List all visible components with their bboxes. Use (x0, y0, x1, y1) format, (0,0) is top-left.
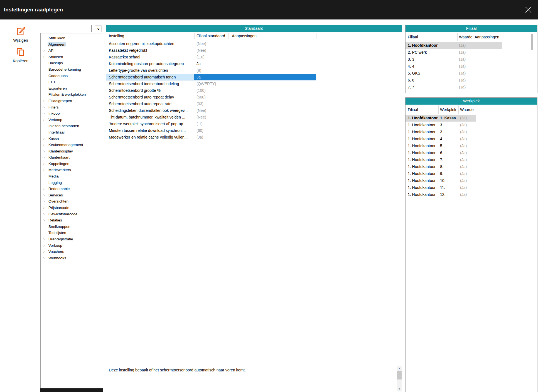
chevron-right-icon[interactable]: › (42, 98, 46, 104)
werkplek-row[interactable]: 1. Hoofdkantoor12.(Ja) (406, 191, 476, 198)
tree-item-cadeaupas[interactable]: Cadeaupas (41, 73, 103, 79)
tree-item-prijsbarcode[interactable]: ›Prijsbarcode (41, 204, 103, 211)
werkplek-row[interactable]: 1. Hoofdkantoor2.(Ja) (406, 122, 476, 129)
tree-item-filialen-werkplekken[interactable]: Filialen & werkplekken (41, 91, 103, 98)
tree-item-urenregistratie[interactable]: ›Urenregistratie (41, 236, 103, 242)
column-header-waarde[interactable]: Waarde (460, 107, 474, 112)
filiaal-row[interactable]: 3. 3(Ja) (406, 56, 502, 63)
werkplek-row[interactable]: 1. Hoofdkantoor5.(Ja) (406, 142, 476, 149)
tree-item-interfiliaal[interactable]: Interfiliaal (41, 129, 103, 135)
wijzigen-button[interactable]: Wijzigen (6, 26, 35, 43)
setting-row[interactable]: Kolomindeling opslaan per autorisatiegro… (106, 60, 402, 67)
tree-item-klantenkaart[interactable]: ›Klantenkaart (41, 154, 103, 161)
chevron-right-icon[interactable]: › (42, 186, 46, 192)
chevron-right-icon[interactable]: › (42, 242, 46, 249)
chevron-right-icon[interactable]: › (42, 135, 46, 142)
setting-row[interactable]: Schermtoetsenbord toetsenbord indeling(Q… (106, 80, 402, 87)
scroll-down-icon[interactable]: ▼ (397, 387, 402, 391)
tree-item-vouchers[interactable]: ›Vouchers (41, 248, 103, 255)
setting-row[interactable]: 'Andere werkplek synchroniseert al' pop-… (106, 120, 402, 127)
chevron-right-icon[interactable]: › (42, 104, 46, 110)
tree-item-klantendisplay[interactable]: ›Klantendisplay (41, 148, 103, 154)
column-header-instelling[interactable]: Instelling (109, 34, 124, 38)
chevron-right-icon[interactable]: › (42, 142, 46, 148)
chevron-right-icon[interactable]: › (42, 167, 46, 173)
chevron-right-icon[interactable]: › (42, 148, 46, 154)
filiaal-row[interactable]: 7. 7(Ja) (406, 84, 502, 91)
column-header-filiaal-standaard[interactable]: Filiaal standaard (196, 34, 225, 38)
chevron-right-icon[interactable]: › (42, 236, 46, 242)
chevron-right-icon[interactable]: › (42, 161, 46, 167)
chevron-right-icon[interactable]: › (42, 211, 46, 217)
chevron-right-icon[interactable]: › (42, 192, 46, 198)
tree-item-filiaalgroepen[interactable]: ›Filiaalgroepen (41, 98, 103, 104)
tree-item-artikelen[interactable]: ›Artikelen (41, 54, 103, 60)
tree-item-inkoop[interactable]: ›Inkoop (41, 110, 103, 117)
tree-item-filters[interactable]: ›Filters (41, 104, 103, 110)
setting-row[interactable]: Schermtoetsenbord automatisch tonenJa (106, 74, 402, 80)
column-header-filiaal[interactable]: Filiaal (408, 107, 418, 112)
tree-item-koppelingen[interactable]: ›Koppelingen (41, 161, 103, 167)
tree-item-relaties[interactable]: ›Relaties (41, 217, 103, 223)
close-button[interactable] (523, 4, 534, 15)
filiaal-scrollbar[interactable] (530, 33, 533, 90)
tree-item-eft[interactable]: EFT (41, 79, 103, 85)
column-header-filiaal[interactable]: Filiaal (408, 35, 418, 39)
tree-item-logging[interactable]: Logging (41, 179, 103, 186)
chevron-right-icon[interactable]: › (42, 117, 46, 123)
chevron-right-icon[interactable]: › (42, 255, 46, 261)
tree-item-api[interactable]: ›API (41, 47, 103, 54)
tree-item-verkoop[interactable]: ›Verkoop (41, 117, 103, 123)
scrollbar-thumb[interactable] (531, 34, 533, 50)
chevron-right-icon[interactable]: › (42, 198, 46, 204)
tree-item-media[interactable]: Media (41, 173, 103, 179)
werkplek-row[interactable]: 1. Hoofdkantoor6.(Ja) (406, 149, 476, 156)
column-header-aanpassingen[interactable]: Aanpassingen (232, 34, 257, 38)
tree-item-services[interactable]: ›Services (41, 192, 103, 198)
column-header-aanpassingen[interactable]: Aanpassingen (475, 35, 499, 39)
column-header-waarde[interactable]: Waarde (459, 35, 473, 39)
setting-row[interactable]: Scheidingsteken duizendtallen ook weerge… (106, 107, 402, 114)
scrollbar-thumb[interactable] (397, 371, 402, 379)
setting-row[interactable]: Schermtoetsenbord auto repeat delay(500) (106, 94, 402, 100)
filiaal-row[interactable]: 1. Hoofdkantoor(Ja) (406, 42, 502, 49)
setting-row[interactable]: Medewerker en relatie cache volledig vul… (106, 134, 402, 140)
filiaal-row[interactable]: 5. GKS(Ja) (406, 70, 502, 77)
filiaal-row[interactable]: 6. 6(Ja) (406, 77, 502, 84)
setting-row[interactable]: Lettertype-grootte van overzichten(8) (106, 67, 402, 74)
tree-item-todolijsten[interactable]: Todolijsten (41, 230, 103, 236)
tree-item-gewichtsbarcode[interactable]: ›Gewichtsbarcode (41, 211, 103, 217)
tree-item-redeemable[interactable]: ›Redeemable (41, 186, 103, 192)
tree-item-backups[interactable]: Backups (41, 60, 103, 66)
tree-item-inlezen-bestanden[interactable]: Inlezen bestanden (41, 123, 103, 129)
werkplek-row[interactable]: 1. Hoofdkantoor1. Kassa 1(Ja) (406, 115, 476, 122)
chevron-right-icon[interactable]: › (42, 217, 46, 223)
setting-row[interactable]: Schermtoetsenbord auto repeat rate(33) (106, 100, 402, 107)
kopieren-button[interactable]: Kopiëren (6, 47, 35, 63)
chevron-right-icon[interactable]: › (42, 47, 46, 54)
werkplek-row[interactable]: 1. Hoofdkantoor3.(Ja) (406, 129, 476, 135)
setting-row[interactable]: Kassatekst vetgedrukt(Nee) (106, 47, 402, 54)
chevron-right-icon[interactable]: › (42, 154, 46, 161)
werkplek-row[interactable]: 1. Hoofdkantoor11.(Ja) (406, 184, 476, 191)
filiaal-row[interactable]: 4. 4(Ja) (406, 63, 502, 70)
chevron-right-icon[interactable]: › (42, 110, 46, 117)
setting-row[interactable]: Kassatekst schaal(1.0) (106, 54, 402, 60)
werkplek-row[interactable]: 1. Hoofdkantoor10.(Ja) (406, 177, 476, 184)
description-scrollbar[interactable]: ▲ ▼ (397, 366, 402, 391)
setting-row[interactable]: Minuten tussen relatie download synchron… (106, 127, 402, 134)
tree-item-barcodeherkenning[interactable]: Barcodeherkenning (41, 66, 103, 73)
scroll-up-icon[interactable]: ▲ (397, 366, 402, 371)
werkplek-row[interactable]: 1. Hoofdkantoor4.(Ja) (406, 135, 476, 142)
tree-item-webhooks[interactable]: ›Webhooks (41, 255, 103, 261)
filiaal-row[interactable]: 2. PC werk(Ja) (406, 49, 502, 56)
tree-item-medewerkers[interactable]: ›Medewerkers (41, 167, 103, 173)
chevron-right-icon[interactable]: › (42, 204, 46, 211)
tree-item-exporteren[interactable]: Exporteren (41, 85, 103, 92)
setting-row[interactable]: Tht-datum, batchnummer, kwaliteit velden… (106, 114, 402, 120)
werkplek-row[interactable]: 1. Hoofdkantoor9.(Ja) (406, 170, 476, 177)
tree-item-keukenmanagement[interactable]: ›Keukenmanagement (41, 142, 103, 148)
tree-item-overzichten[interactable]: ›Overzichten (41, 198, 103, 204)
setting-row[interactable]: Schermtoetsenbord grootte %(100) (106, 87, 402, 94)
setting-row[interactable]: Accenten negeren bij zoekopdrachten(Nee) (106, 40, 402, 47)
